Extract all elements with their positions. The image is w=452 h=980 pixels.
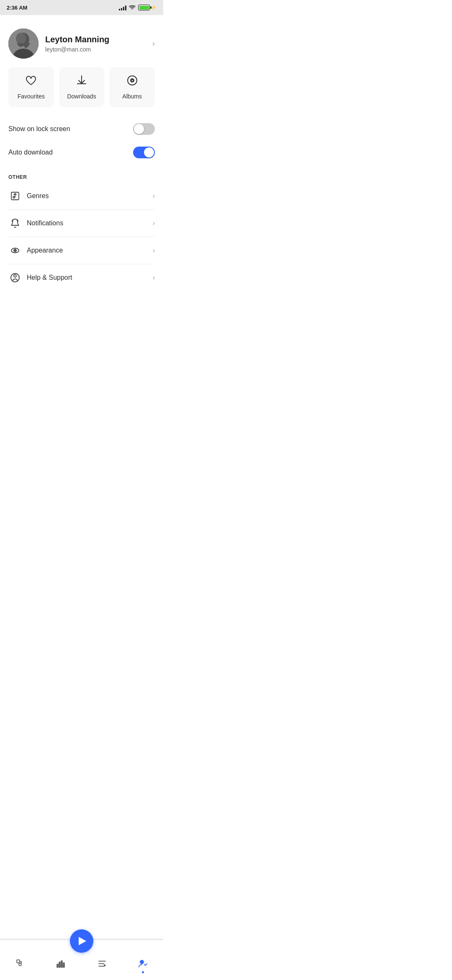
profile-info: Leyton Manning leyton@man.com xyxy=(45,35,152,53)
notifications-text: Notifications xyxy=(27,219,153,227)
status-time: 2:36 AM xyxy=(7,5,27,11)
auto-download-toggle-row: Auto download xyxy=(8,141,155,164)
other-section: OTHER Genres › xyxy=(8,174,155,291)
appearance-text: Appearance xyxy=(27,247,153,254)
charging-icon: ⚡ xyxy=(151,5,157,10)
profile-email: leyton@man.com xyxy=(45,46,152,53)
heart-icon xyxy=(25,75,37,89)
favourites-label: Favourites xyxy=(18,93,45,100)
notifications-chevron-icon: › xyxy=(153,219,155,227)
help-support-menu-item[interactable]: Help & Support › xyxy=(8,264,155,291)
appearance-chevron-icon: › xyxy=(153,247,155,254)
downloads-label: Downloads xyxy=(67,93,96,100)
wifi-icon xyxy=(129,5,136,10)
genres-text: Genres xyxy=(27,192,153,200)
profile-chevron-icon[interactable]: › xyxy=(152,39,155,48)
battery-icon: ⚡ xyxy=(138,5,157,10)
help-support-chevron-icon: › xyxy=(153,274,155,281)
lock-screen-label: Show on lock screen xyxy=(8,125,70,133)
svg-point-4 xyxy=(16,33,26,44)
auto-download-label: Auto download xyxy=(8,149,53,156)
signal-bars-icon xyxy=(119,5,126,10)
appearance-icon xyxy=(8,244,22,257)
albums-button[interactable]: Albums xyxy=(109,67,155,107)
profile-name: Leyton Manning xyxy=(45,35,152,44)
auto-download-knob xyxy=(144,147,154,157)
appearance-menu-item[interactable]: Appearance › xyxy=(8,237,155,264)
albums-label: Albums xyxy=(122,93,142,100)
notifications-menu-item[interactable]: Notifications › xyxy=(8,210,155,237)
svg-point-0 xyxy=(132,9,133,10)
avatar xyxy=(8,28,39,59)
toggles-section: Show on lock screen Auto download xyxy=(8,117,155,164)
disc-icon xyxy=(126,75,138,89)
status-bar: 2:36 AM ⚡ xyxy=(0,0,163,15)
auto-download-toggle[interactable] xyxy=(133,147,155,158)
svg-point-13 xyxy=(14,275,16,277)
svg-point-7 xyxy=(131,80,133,81)
main-content: Leyton Manning leyton@man.com › Favourit… xyxy=(0,15,163,333)
genres-chevron-icon: › xyxy=(153,192,155,200)
lock-screen-knob xyxy=(134,124,144,134)
quick-actions: Favourites Downloads Albums xyxy=(8,67,155,107)
genres-icon xyxy=(8,189,22,203)
favourites-button[interactable]: Favourites xyxy=(8,67,54,107)
downloads-button[interactable]: Downloads xyxy=(59,67,105,107)
lock-screen-toggle-row: Show on lock screen xyxy=(8,117,155,141)
download-icon xyxy=(76,75,87,89)
status-icons: ⚡ xyxy=(119,5,157,10)
help-support-icon xyxy=(8,271,22,284)
svg-point-8 xyxy=(13,196,15,198)
lock-screen-toggle[interactable] xyxy=(133,123,155,135)
other-section-label: OTHER xyxy=(8,174,155,180)
profile-section[interactable]: Leyton Manning leyton@man.com › xyxy=(8,23,155,67)
genres-menu-item[interactable]: Genres › xyxy=(8,183,155,210)
svg-point-11 xyxy=(15,250,15,251)
help-support-text: Help & Support xyxy=(27,274,153,281)
notifications-icon xyxy=(8,217,22,230)
